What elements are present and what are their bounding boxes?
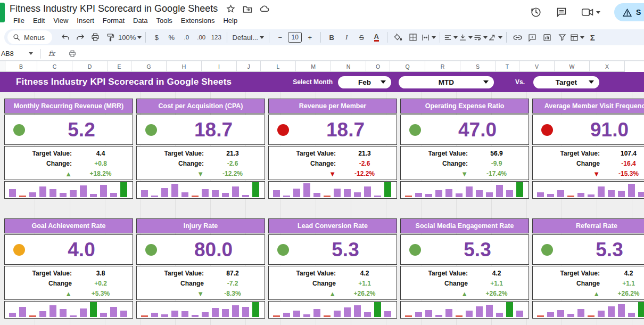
column-header-X[interactable]: X	[590, 61, 625, 72]
sparkline-bar	[120, 182, 127, 197]
trend-percentage: +5.3%	[79, 289, 122, 298]
version-history-icon[interactable]	[530, 6, 542, 18]
text-rotation-button[interactable]	[489, 31, 502, 44]
column-header-B[interactable]: B	[5, 61, 37, 72]
bold-button[interactable]: B	[325, 31, 338, 44]
change-label: Change	[137, 279, 211, 288]
kpi-card-title: Operating Expense Ratio	[425, 102, 505, 110]
horizontal-align-button[interactable]	[444, 31, 458, 44]
meet-icon[interactable]	[581, 7, 600, 18]
trend-arrow-icon: ▲	[401, 289, 475, 298]
decrease-decimals-button[interactable]: .0	[179, 31, 193, 44]
compare-dropdown[interactable]: Target	[533, 76, 599, 88]
vertical-align-button[interactable]	[459, 31, 473, 44]
column-header-M[interactable]: M	[296, 61, 331, 72]
insert-comment-icon[interactable]	[525, 31, 539, 44]
menu-view[interactable]: View	[49, 16, 72, 25]
merge-cells-button[interactable]	[421, 31, 436, 44]
column-header-D[interactable]: D	[72, 61, 108, 72]
increase-font-size-button[interactable]: +	[303, 31, 317, 44]
kpi-card: Operating Expense Ratio 47.0 Target Valu…	[400, 99, 529, 199]
kpi-card-title: Injury Rate	[184, 222, 218, 230]
kpi-sparkline-chart	[532, 181, 644, 199]
menus-search-button[interactable]: Menus	[7, 30, 52, 44]
column-header-I[interactable]: I	[202, 61, 237, 72]
strikethrough-button[interactable]: S	[354, 31, 368, 44]
font-caret	[260, 36, 264, 39]
format-percent-button[interactable]: %	[164, 31, 178, 44]
column-header-L[interactable]: L	[261, 61, 296, 72]
sparkline-bar	[628, 184, 635, 197]
sparkline-bar	[506, 302, 513, 317]
column-header-E[interactable]: E	[108, 61, 131, 72]
period-dropdown[interactable]: MTD	[399, 76, 494, 88]
move-folder-icon[interactable]	[243, 5, 252, 13]
insert-link-icon[interactable]	[510, 31, 524, 44]
menu-format[interactable]: Format	[99, 16, 128, 25]
filter-views-button[interactable]	[570, 31, 584, 44]
more-formats-button[interactable]: 123	[209, 31, 223, 44]
star-icon[interactable]	[226, 4, 235, 13]
sparkline-bar	[100, 313, 107, 317]
document-title[interactable]: Fitness Industry KPI Scorecard in Google…	[10, 3, 218, 14]
decrease-font-size-button[interactable]: −	[273, 31, 287, 44]
menu-insert[interactable]: Insert	[73, 16, 98, 25]
change-value: +1.1	[607, 279, 644, 288]
increase-decimals-button[interactable]: .00	[194, 31, 208, 44]
menu-file[interactable]: File	[10, 16, 28, 25]
sparkline-bar	[181, 192, 188, 197]
trend-percentage: +26.2%	[343, 289, 386, 298]
column-header-S[interactable]: S	[460, 61, 496, 72]
month-dropdown[interactable]: Feb	[338, 76, 391, 88]
name-box[interactable]: AB8	[0, 50, 37, 58]
column-header-J[interactable]: J	[237, 61, 261, 72]
column-header-O[interactable]: O	[366, 61, 390, 72]
print-icon[interactable]	[88, 31, 102, 44]
column-a-sliver[interactable]	[0, 61, 5, 72]
text-wrap-button[interactable]	[474, 31, 488, 44]
sparkline-bar	[496, 313, 503, 317]
menu-extensions[interactable]: Extensions	[177, 16, 219, 25]
column-header-N[interactable]: N	[331, 61, 366, 72]
menu-data[interactable]: Data	[129, 16, 151, 25]
column-cells: BCDEGHIJLMNOQRSTVWX	[5, 61, 644, 72]
column-header-W[interactable]: W	[555, 61, 590, 72]
fill-color-icon[interactable]	[391, 31, 405, 44]
text-color-button[interactable]: A	[369, 31, 383, 44]
menu-edit[interactable]: Edit	[29, 16, 48, 25]
kpi-value: 5.3	[553, 239, 644, 261]
change-value: +1.1	[475, 279, 518, 288]
column-header-T[interactable]: T	[496, 61, 519, 72]
formula-bar: AB8 fx	[0, 47, 644, 61]
menu-help[interactable]: Help	[219, 16, 241, 25]
menu-tools[interactable]: Tools	[152, 16, 176, 25]
font-select[interactable]: Defaul...	[231, 31, 265, 44]
change-label: Change:	[269, 159, 343, 168]
borders-icon[interactable]	[406, 31, 420, 44]
column-header-V[interactable]: V	[519, 61, 555, 72]
redo-button[interactable]	[73, 31, 87, 44]
format-currency-button[interactable]: $	[150, 31, 163, 44]
insert-chart-icon[interactable]	[540, 31, 554, 44]
comments-icon[interactable]	[556, 6, 567, 18]
column-header-C[interactable]: C	[37, 61, 72, 72]
zoom-select[interactable]: 100%	[118, 31, 142, 44]
paint-format-icon[interactable]	[103, 31, 117, 44]
share-button[interactable]: S	[614, 3, 644, 21]
spreadsheet-canvas[interactable]: Fitness Industry KPI Scorecard in Google…	[0, 72, 644, 325]
trend-arrow-icon: ▼	[533, 169, 607, 178]
create-filter-icon[interactable]	[555, 31, 569, 44]
font-size-input[interactable]: 10	[288, 32, 302, 43]
meet-dropdown-caret[interactable]	[596, 11, 600, 14]
undo-button[interactable]	[59, 31, 72, 44]
italic-button[interactable]: I	[340, 31, 353, 44]
column-header-Q[interactable]: Q	[390, 61, 425, 72]
column-header-R[interactable]: R	[425, 61, 460, 72]
sheets-logo[interactable]	[0, 3, 5, 22]
kpi-detail-section: Target Value: 56.9 Change: -9.9 ▼ -17.4%	[400, 146, 529, 180]
column-header-H[interactable]: H	[167, 61, 202, 72]
cloud-status-icon[interactable]	[260, 5, 270, 13]
sparkline-bar	[638, 302, 644, 317]
column-header-G[interactable]: G	[131, 61, 167, 72]
functions-button[interactable]: Σ	[585, 31, 599, 44]
